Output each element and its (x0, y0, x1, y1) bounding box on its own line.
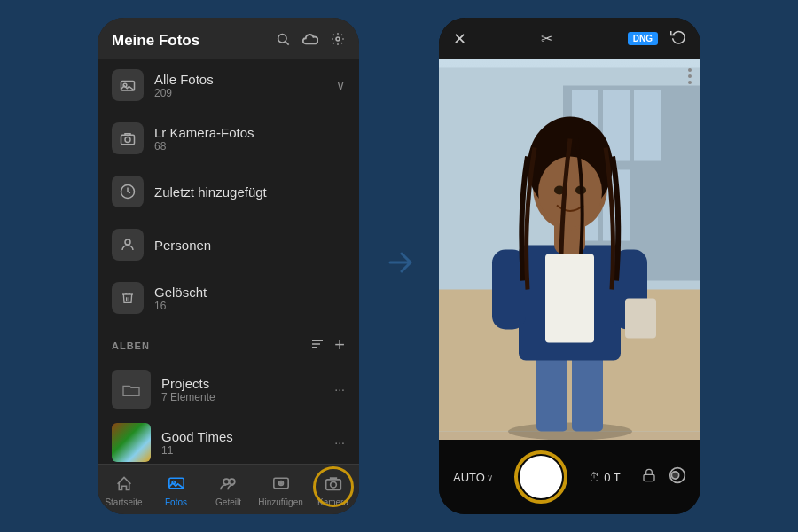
camera-right-icons (642, 466, 686, 489)
menu-zuletzt[interactable]: Zuletzt hinzugefügt (98, 165, 359, 218)
svg-rect-34 (545, 254, 594, 343)
right-phone: ✕ ✂ DNG (439, 18, 700, 514)
svg-point-2 (336, 37, 340, 41)
albums-section-header: ALBEN + (98, 325, 359, 363)
filter-circle-icon[interactable] (669, 466, 686, 489)
alle-fotos-count: 209 (154, 87, 336, 99)
svg-point-15 (229, 479, 234, 484)
nav-geteilt-label: Geteilt (215, 497, 241, 507)
shutter-button[interactable] (514, 450, 567, 504)
album-projects[interactable]: Projects 7 Elemente ··· (98, 363, 359, 416)
lr-kamera-label: Lr Kamera-Fotos (154, 125, 345, 140)
nav-kamera[interactable]: Kamera (307, 472, 359, 511)
svg-line-1 (286, 42, 289, 45)
portrait-svg (439, 59, 700, 440)
album-projects-count: 7 Elemente (161, 391, 334, 403)
shutter-inner (520, 456, 562, 498)
sort-icon[interactable] (309, 338, 325, 354)
auto-label[interactable]: AUTO ∨ (453, 471, 493, 484)
album-good-times[interactable]: Good Times 11 ··· (98, 416, 359, 464)
svg-point-41 (538, 157, 602, 228)
alle-fotos-chevron: ∨ (336, 78, 345, 92)
add-album-icon[interactable]: + (334, 335, 345, 356)
arrow-divider (386, 240, 412, 293)
album-projects-menu[interactable]: ··· (334, 382, 345, 396)
svg-point-30 (508, 423, 632, 441)
geloscht-count: 16 (154, 300, 345, 312)
fotos-icon (168, 475, 185, 496)
camera-top-bar: ✕ ✂ DNG (439, 18, 700, 59)
nav-fotos[interactable]: Fotos (150, 472, 202, 511)
bottom-navigation: Startseite Fotos (98, 464, 359, 514)
timer-icon: ⏱ (589, 471, 600, 484)
menu-alle-fotos[interactable]: Alle Fotos 209 ∨ (98, 59, 359, 112)
album-projects-name: Projects (161, 376, 334, 391)
left-phone: Meine Fotos (98, 18, 359, 514)
menu-lr-kamera[interactable]: Lr Kamera-Fotos 68 (98, 112, 359, 165)
left-phone-header: Meine Fotos (98, 18, 359, 59)
settings-icon[interactable] (331, 32, 345, 50)
alle-fotos-icon (112, 69, 144, 101)
nav-hinzufugen[interactable]: Hinzufügen (254, 472, 307, 511)
nav-kamera-label: Kamera (317, 497, 348, 507)
svg-point-46 (671, 471, 678, 478)
cloud-icon[interactable] (302, 33, 318, 49)
album-good-times-name: Good Times (161, 429, 334, 444)
lr-kamera-icon (112, 122, 144, 154)
album-projects-thumb (112, 370, 151, 409)
album-good-times-menu[interactable]: ··· (334, 435, 345, 450)
menu-geloscht[interactable]: Gelöscht 16 (98, 271, 359, 325)
auto-chevron: ∨ (487, 473, 493, 482)
app-title: Meine Fotos (112, 32, 200, 50)
nav-hinzufugen-label: Hinzufügen (258, 497, 303, 507)
portrait-photo (439, 59, 700, 440)
more-options-icon[interactable] (688, 68, 692, 84)
svg-point-0 (278, 35, 286, 43)
menu-personen[interactable]: Personen (98, 218, 359, 271)
nav-startseite-label: Startseite (105, 497, 142, 507)
svg-point-6 (125, 137, 130, 143)
kamera-icon (325, 475, 342, 496)
album-good-times-thumb (112, 423, 151, 462)
nav-fotos-label: Fotos (165, 497, 187, 507)
svg-rect-37 (625, 299, 656, 339)
scissors-icon[interactable]: ✂ (541, 30, 552, 47)
zuletzt-icon (112, 176, 144, 207)
camera-viewfinder (439, 59, 700, 440)
svg-point-8 (125, 239, 130, 245)
svg-rect-44 (644, 474, 654, 481)
personen-icon (112, 229, 144, 261)
home-icon (115, 475, 133, 496)
geteilt-icon (219, 475, 239, 496)
shutter-button-wrapper (514, 450, 567, 504)
rotate-icon[interactable] (670, 28, 686, 49)
timer-label: 0 T (604, 471, 621, 484)
albums-section-title: ALBEN (112, 340, 150, 351)
svg-point-21 (330, 481, 336, 488)
geloscht-icon (112, 282, 144, 314)
svg-point-14 (223, 479, 229, 484)
dng-badge: DNG (628, 32, 658, 45)
lock-icon[interactable] (642, 467, 656, 487)
header-icons (276, 32, 345, 50)
personen-label: Personen (154, 238, 345, 253)
album-good-times-count: 11 (161, 444, 334, 457)
svg-rect-26 (634, 90, 661, 161)
search-icon[interactable] (276, 32, 290, 50)
menu-list: Alle Fotos 209 ∨ Lr Kamera-Fotos 68 (98, 59, 359, 464)
nav-startseite[interactable]: Startseite (98, 472, 150, 511)
alle-fotos-label: Alle Fotos (154, 72, 336, 87)
timer-section: ⏱ 0 T (589, 471, 621, 484)
camera-close-icon[interactable]: ✕ (453, 29, 466, 49)
hinzufugen-icon (272, 475, 290, 496)
lr-kamera-count: 68 (154, 140, 345, 153)
zuletzt-label: Zuletzt hinzugefügt (154, 184, 345, 200)
camera-bottom-bar: AUTO ∨ ⏱ 0 T (439, 440, 700, 514)
geloscht-label: Gelöscht (154, 285, 345, 300)
nav-geteilt[interactable]: Geteilt (202, 472, 254, 511)
